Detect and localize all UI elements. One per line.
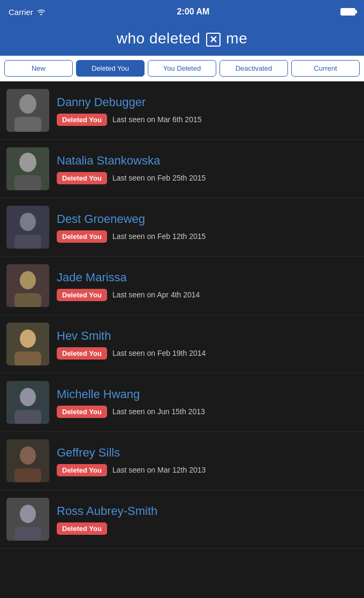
deleted-badge: Deleted You xyxy=(57,522,107,535)
contact-meta: Deleted You Last seen on Mar 6th 2015 xyxy=(57,114,358,126)
svg-point-14 xyxy=(20,330,36,348)
contact-info: Geffrey Sills Deleted You Last seen on M… xyxy=(57,446,358,476)
list-item[interactable]: Geffrey Sills Deleted You Last seen on M… xyxy=(0,432,364,490)
contact-list: Danny Debugger Deleted You Last seen on … xyxy=(0,81,364,549)
deleted-badge: Deleted You xyxy=(57,114,107,126)
svg-rect-3 xyxy=(14,117,41,132)
battery-container xyxy=(340,8,355,16)
contact-info: Hev Smith Deleted You Last seen on Feb 1… xyxy=(57,329,358,360)
last-seen: Last seen on Jun 15th 2013 xyxy=(112,407,205,416)
contact-name: Ross Aubrey-Smith xyxy=(57,504,358,518)
tab-you-deleted[interactable]: You Deleted xyxy=(148,60,216,77)
contact-meta: Deleted You Last seen on Jun 15th 2013 xyxy=(57,406,358,418)
deleted-badge: Deleted You xyxy=(57,172,107,184)
contact-info: Jade Marissa Deleted You Last seen on Ap… xyxy=(57,271,358,301)
deleted-badge: Deleted You xyxy=(57,230,107,243)
deleted-badge: Deleted You xyxy=(57,406,107,418)
svg-point-20 xyxy=(20,446,36,465)
tab-new[interactable]: New xyxy=(4,60,73,77)
tab-deactivated[interactable]: Deactivated xyxy=(219,60,288,77)
list-item[interactable]: Dest Groeneweg Deleted You Last seen on … xyxy=(0,198,364,257)
svg-point-2 xyxy=(19,94,36,114)
wifi-icon xyxy=(36,8,46,16)
svg-rect-9 xyxy=(14,235,41,249)
contact-meta: Deleted You Last seen on Feb 25th 2015 xyxy=(57,172,358,184)
svg-rect-6 xyxy=(14,175,41,190)
deleted-badge: Deleted You xyxy=(57,289,107,301)
last-seen: Last seen on Mar 6th 2015 xyxy=(112,115,202,124)
title-part2: me xyxy=(226,30,247,47)
contact-info: Ross Aubrey-Smith Deleted You xyxy=(57,504,358,535)
avatar xyxy=(6,439,49,482)
deleted-badge: Deleted You xyxy=(57,347,107,360)
avatar xyxy=(6,323,49,365)
status-bar: Carrier 2:00 AM xyxy=(0,0,364,24)
svg-rect-18 xyxy=(14,410,41,424)
contact-name: Danny Debugger xyxy=(57,95,358,109)
contact-meta: Deleted You Last seen on Mar 12th 2013 xyxy=(57,464,358,476)
svg-rect-21 xyxy=(14,468,41,482)
last-seen: Last seen on Feb 12th 2015 xyxy=(112,232,206,241)
tab-current[interactable]: Current xyxy=(291,60,360,77)
avatar xyxy=(6,147,49,190)
carrier-info: Carrier xyxy=(9,8,46,17)
avatar xyxy=(6,89,49,132)
contact-name: Hev Smith xyxy=(57,329,358,343)
contact-info: Michelle Hwang Deleted You Last seen on … xyxy=(57,387,358,418)
contact-meta: Deleted You Last seen on Feb 12th 2015 xyxy=(57,230,358,243)
contact-name: Geffrey Sills xyxy=(57,446,358,460)
avatar xyxy=(6,206,49,249)
last-seen: Last seen on Feb 19th 2014 xyxy=(112,349,206,357)
svg-rect-12 xyxy=(14,293,41,307)
list-item[interactable]: Jade Marissa Deleted You Last seen on Ap… xyxy=(0,257,364,315)
last-seen: Last seen on Apr 4th 2014 xyxy=(112,290,200,299)
contact-name: Natalia Stankowska xyxy=(57,154,358,168)
contact-meta: Deleted You xyxy=(57,522,358,535)
svg-point-5 xyxy=(19,153,36,172)
contact-name: Dest Groeneweg xyxy=(57,212,358,226)
svg-rect-15 xyxy=(14,352,41,365)
contact-name: Michelle Hwang xyxy=(57,387,358,401)
contact-meta: Deleted You Last seen on Feb 19th 2014 xyxy=(57,347,358,360)
avatar xyxy=(6,381,49,424)
avatar xyxy=(6,264,49,307)
app-header: who deleted ✕ me xyxy=(0,24,364,56)
list-item[interactable]: Danny Debugger Deleted You Last seen on … xyxy=(0,81,364,140)
contact-info: Dest Groeneweg Deleted You Last seen on … xyxy=(57,212,358,243)
last-seen: Last seen on Feb 25th 2015 xyxy=(112,174,206,182)
contact-info: Danny Debugger Deleted You Last seen on … xyxy=(57,95,358,126)
deleted-badge: Deleted You xyxy=(57,464,107,476)
svg-point-23 xyxy=(20,505,36,523)
contact-meta: Deleted You Last seen on Apr 4th 2014 xyxy=(57,289,358,301)
list-item[interactable]: Hev Smith Deleted You Last seen on Feb 1… xyxy=(0,315,364,373)
svg-point-17 xyxy=(20,388,36,406)
tab-bar: New Deleted You You Deleted Deactivated … xyxy=(0,56,364,81)
svg-point-11 xyxy=(20,271,36,289)
battery-icon xyxy=(340,8,355,16)
svg-point-8 xyxy=(20,213,36,231)
list-item[interactable]: Michelle Hwang Deleted You Last seen on … xyxy=(0,373,364,432)
title-part1: who deleted xyxy=(117,30,201,47)
status-time: 2:00 AM xyxy=(177,7,210,17)
avatar xyxy=(6,498,49,541)
last-seen: Last seen on Mar 12th 2013 xyxy=(112,466,206,474)
contact-name: Jade Marissa xyxy=(57,271,358,285)
list-item[interactable]: Ross Aubrey-Smith Deleted You xyxy=(0,490,364,549)
svg-point-0 xyxy=(41,14,42,15)
tab-deleted-you[interactable]: Deleted You xyxy=(76,60,145,77)
app-title: who deleted ✕ me xyxy=(0,30,364,47)
list-item[interactable]: Natalia Stankowska Deleted You Last seen… xyxy=(0,140,364,198)
contact-info: Natalia Stankowska Deleted You Last seen… xyxy=(57,154,358,184)
svg-rect-24 xyxy=(14,527,41,541)
title-x-badge: ✕ xyxy=(206,33,221,47)
carrier-label: Carrier xyxy=(9,8,33,17)
